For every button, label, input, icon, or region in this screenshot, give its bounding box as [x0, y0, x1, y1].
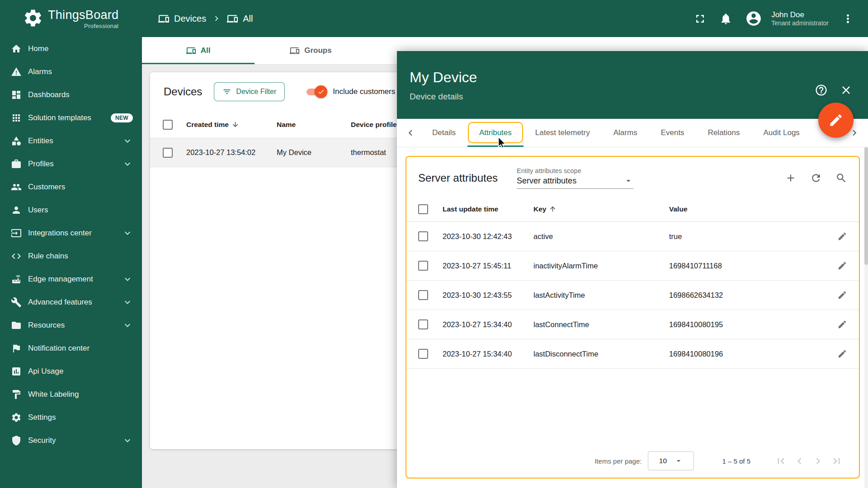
attribute-scope-select[interactable]: Entity attributes scope Server attribute…	[517, 167, 633, 189]
column-created-time[interactable]: Created time	[186, 121, 277, 129]
cell-last-update-time: 2023-10-30 12:43:55	[443, 291, 533, 300]
avatar[interactable]	[745, 10, 762, 27]
tab-events[interactable]: Events	[649, 119, 696, 147]
sidebar-item-dashboards[interactable]: Dashboards	[0, 83, 142, 106]
breadcrumb-devices[interactable]: Devices	[158, 13, 206, 24]
close-icon[interactable]	[840, 84, 853, 97]
sidebar-item-api-usage[interactable]: Api Usage	[0, 360, 142, 383]
attribute-row[interactable]: 2023-10-27 15:45:11 inactivityAlarmTime …	[406, 251, 859, 281]
tab-groups[interactable]: Groups	[255, 37, 367, 64]
integrations-icon	[11, 228, 22, 239]
sidebar-item-resources[interactable]: Resources	[0, 314, 142, 337]
tab-latest-telemetry[interactable]: Latest telemetry	[524, 119, 602, 147]
sidebar-item-entities[interactable]: Entities	[0, 129, 142, 152]
tab-all[interactable]: All	[142, 37, 255, 64]
device-group-icon	[290, 46, 300, 56]
refresh-icon[interactable]	[810, 172, 822, 184]
row-checkbox[interactable]	[418, 261, 428, 271]
sidebar-item-solution-templates[interactable]: Solution templatesNEW	[0, 106, 142, 129]
sidebar-item-label: Settings	[28, 413, 56, 422]
sidebar-item-users[interactable]: Users	[0, 198, 142, 221]
attribute-row[interactable]: 2023-10-30 12:43:55 lastActivityTime 169…	[406, 281, 859, 310]
first-page-button[interactable]	[775, 455, 787, 467]
chevron-down-icon	[122, 320, 133, 331]
scrollbar[interactable]	[864, 147, 868, 488]
column-last-update-time[interactable]: Last update time	[443, 205, 533, 213]
attribute-row[interactable]: 2023-10-27 15:34:40 lastDisconnectTime 1…	[406, 339, 859, 369]
attributes-toolbar: Server attributes Entity attributes scop…	[406, 157, 859, 197]
cell-key: active	[533, 232, 669, 241]
edit-icon[interactable]	[837, 290, 847, 300]
edit-icon[interactable]	[837, 231, 847, 241]
row-checkbox[interactable]	[418, 349, 428, 359]
sidebar-item-settings[interactable]: Settings	[0, 406, 142, 429]
fullscreen-icon[interactable]	[693, 12, 707, 25]
sidebar-item-home[interactable]: Home	[0, 37, 142, 60]
search-icon[interactable]	[835, 172, 847, 184]
select-all-checkbox[interactable]	[163, 120, 173, 130]
column-key[interactable]: Key	[533, 205, 669, 213]
filter-icon	[222, 87, 231, 96]
cell-value: true	[669, 232, 820, 241]
edit-icon[interactable]	[837, 261, 847, 271]
edit-icon[interactable]	[837, 349, 847, 359]
users-icon	[11, 205, 22, 216]
previous-page-button[interactable]	[793, 455, 806, 467]
user-info[interactable]: John Doe Tenant administrator	[771, 10, 829, 28]
sidebar-item-advanced-features[interactable]: Advanced features	[0, 291, 142, 314]
row-checkbox[interactable]	[418, 231, 428, 241]
tab-relations[interactable]: Relations	[696, 119, 752, 147]
attribute-row[interactable]: 2023-10-30 12:42:43 active true	[406, 222, 859, 251]
tab-audit-logs[interactable]: Audit Logs	[752, 119, 811, 147]
app-logo[interactable]: ThingsBoard Professional	[0, 0, 142, 37]
devices-icon	[227, 13, 238, 24]
last-page-button[interactable]	[830, 455, 843, 467]
settings-icon	[11, 412, 22, 423]
device-filter-label: Device Filter	[236, 88, 276, 96]
scrollbar-thumb[interactable]	[864, 147, 868, 265]
sidebar-item-security[interactable]: Security	[0, 429, 142, 452]
profiles-icon	[11, 159, 22, 169]
kebab-menu-icon[interactable]	[841, 12, 854, 25]
sidebar-item-rule-chains[interactable]: Rule chains	[0, 244, 142, 267]
column-value[interactable]: Value	[669, 205, 820, 213]
row-checkbox[interactable]	[163, 148, 173, 158]
entities-icon	[11, 136, 22, 146]
sidebar-item-alarms[interactable]: Alarms	[0, 60, 142, 83]
sidebar-item-notification-center[interactable]: Notification center	[0, 337, 142, 360]
sidebar-item-label: White Labeling	[28, 390, 79, 399]
sidebar-item-label: Advanced features	[28, 298, 92, 307]
sidebar-item-white-labeling[interactable]: White Labeling	[0, 383, 142, 406]
dropdown-caret-icon	[623, 176, 633, 186]
row-checkbox[interactable]	[418, 319, 428, 329]
add-attribute-icon[interactable]	[785, 172, 797, 184]
cell-value: 1698410080196	[669, 350, 820, 358]
sidebar-item-customers[interactable]: Customers	[0, 175, 142, 198]
include-customers-toggle[interactable]	[306, 85, 326, 98]
row-checkbox[interactable]	[418, 290, 428, 300]
cell-last-update-time: 2023-10-27 15:34:40	[443, 350, 533, 358]
attribute-row[interactable]: 2023-10-27 15:34:40 lastConnectTime 1698…	[406, 310, 859, 339]
tab-details[interactable]: Details	[420, 119, 467, 147]
next-page-button[interactable]	[812, 455, 824, 467]
sidebar-item-profiles[interactable]: Profiles	[0, 152, 142, 175]
sidebar-item-integrations-center[interactable]: Integrations center	[0, 221, 142, 244]
notification-center-icon	[11, 343, 22, 354]
column-name[interactable]: Name	[277, 121, 351, 129]
tab-alarms[interactable]: Alarms	[602, 119, 649, 147]
drawer-title: My Device	[410, 69, 854, 86]
tab-attributes[interactable]: Attributes	[467, 119, 524, 147]
device-filter-button[interactable]: Device Filter	[214, 82, 285, 101]
sidebar-item-edge-management[interactable]: Edge management	[0, 267, 142, 291]
tab-label: Groups	[304, 46, 331, 55]
breadcrumb-all[interactable]: All	[227, 13, 253, 24]
sidebar: ThingsBoard Professional Home Alarms Das…	[0, 0, 142, 488]
edit-icon[interactable]	[837, 319, 847, 329]
edit-device-fab[interactable]	[818, 103, 854, 138]
notifications-bell-icon[interactable]	[719, 12, 732, 25]
help-icon[interactable]	[815, 84, 828, 97]
select-all-checkbox[interactable]	[418, 204, 428, 214]
tabs-scroll-left-button[interactable]	[401, 119, 420, 147]
items-per-page-select[interactable]: 10	[648, 451, 694, 470]
cell-last-update-time: 2023-10-30 12:42:43	[443, 232, 533, 241]
